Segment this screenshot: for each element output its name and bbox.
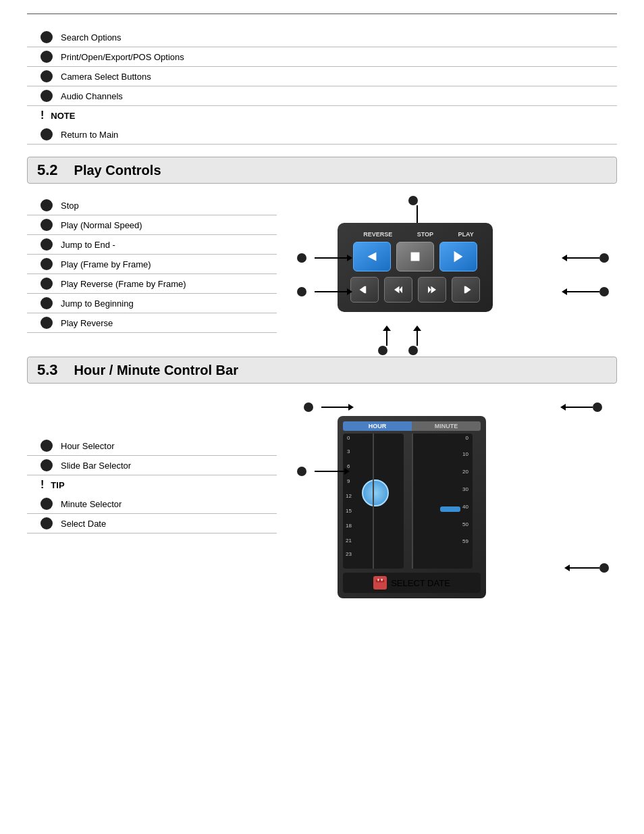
toc-section: Search Options Print/Open/Export/POS Opt… [27, 28, 617, 145]
calendar-icon [373, 576, 387, 590]
left-arrow-row2 [297, 287, 352, 296]
label-stop: Stop [61, 201, 79, 211]
arrow-dot-right1 [599, 253, 609, 263]
hour-num-21: 21 [346, 538, 352, 544]
note-item: ! NOTE [27, 106, 617, 125]
hm-arrow-minute-label [560, 402, 610, 412]
arrow-dot-left2 [297, 287, 306, 296]
minute-num-50: 50 [462, 521, 468, 527]
jump-beginning-button[interactable] [350, 277, 379, 303]
hour-num-18: 18 [346, 523, 352, 529]
arrowhead-right2 [562, 288, 567, 295]
play-widget-labels: REVERSE STOP PLAY [347, 231, 483, 238]
bullet-search [41, 31, 53, 43]
next-frame-button[interactable] [418, 277, 446, 303]
frame-controls-row [347, 277, 483, 303]
minute-num-40: 40 [462, 504, 468, 510]
arrow-dot-bottom-r [408, 346, 418, 355]
section-53-title: Hour / Minute Control Bar [74, 363, 238, 378]
arrow-line-right1 [567, 257, 599, 259]
bullet-audio [41, 90, 53, 102]
arrowhead-left2 [347, 288, 352, 295]
label-play-btn: PLAY [458, 231, 474, 238]
hour-center-line [373, 434, 374, 569]
bullet-reverse-frame [41, 278, 53, 290]
minute-num-20: 20 [462, 469, 468, 475]
top-divider [27, 14, 617, 14]
arrow-line-date [570, 567, 599, 569]
arrow-dot-minute-label [593, 402, 602, 412]
svg-rect-14 [381, 579, 383, 581]
toc-item-camera: Camera Select Buttons [27, 67, 617, 86]
section-52-header: 5.2 Play Controls [27, 157, 617, 184]
toc-label-camera: Camera Select Buttons [61, 72, 151, 82]
section-53-header: 5.3 Hour / Minute Control Bar [27, 357, 617, 384]
page-container: Search Options Print/Open/Export/POS Opt… [0, 0, 644, 605]
hour-num-9: 9 [347, 478, 350, 484]
play-button[interactable] [439, 242, 477, 271]
bullet-select-date [41, 517, 53, 529]
arrow-dot-bottom-l [378, 346, 387, 355]
arrowhead-hour-label [348, 404, 354, 411]
svg-rect-10 [464, 286, 466, 294]
hm-widget-area: HOUR MINUTE 0 3 6 9 12 15 18 21 [297, 396, 617, 585]
note-label: NOTE [51, 111, 75, 121]
minute-left-border [412, 434, 413, 569]
toc-label-search: Search Options [61, 32, 122, 43]
toc-item-print: Print/Open/Export/POS Options [27, 47, 617, 67]
arrow-dot-left1 [297, 253, 306, 263]
hour-track: 0 3 6 9 12 15 18 21 23 [343, 434, 404, 569]
toc-item-return: Return to Main [27, 125, 617, 145]
play-controls-list: Stop Play (Normal Speed) Jump to End - P… [27, 196, 277, 344]
select-date-text: SELECT DATE [391, 578, 450, 588]
hm-body: 0 3 6 9 12 15 18 21 23 [343, 434, 481, 569]
svg-marker-6 [400, 286, 403, 294]
svg-marker-8 [428, 286, 431, 294]
section-53-content: Hour Selector Slide Bar Selector ! TIP M… [27, 396, 617, 585]
svg-rect-12 [376, 580, 384, 583]
minute-num-0: 0 [466, 435, 468, 441]
hour-slider-thumb[interactable] [362, 479, 389, 506]
arrowhead-bottom-r [413, 325, 421, 331]
play-item-jump-end: Jump to End - [27, 235, 277, 255]
arrow-line-left1 [315, 257, 347, 259]
arrow-line-right2 [567, 291, 599, 292]
reverse-button[interactable] [353, 242, 391, 271]
play-item-frame: Play (Frame by Frame) [27, 255, 277, 274]
minute-num-59: 59 [462, 538, 468, 544]
bottom-arrow-right [408, 325, 426, 355]
jump-end-button[interactable] [452, 277, 480, 303]
svg-rect-4 [365, 286, 366, 294]
arrowhead-bottom-l [383, 325, 391, 331]
bullet-frame [41, 258, 53, 270]
bullet-normal [41, 219, 53, 231]
arrow-line-minute-label [566, 407, 593, 408]
hour-num-12: 12 [346, 493, 352, 499]
bullet-minute [41, 498, 53, 510]
prev-frame-button[interactable] [384, 277, 412, 303]
left-arrow-row1 [297, 253, 352, 263]
hm-minute-tab[interactable]: MINUTE [412, 421, 481, 431]
label-beginning: Jump to Beginning [61, 298, 134, 309]
arrowhead-date [564, 565, 570, 571]
hm-arrow-right-date [564, 563, 617, 573]
select-date-row[interactable]: SELECT DATE [343, 573, 481, 593]
bullet-reverse [41, 317, 53, 329]
play-item-reverse: Play Reverse [27, 313, 277, 333]
play-widget-area: REVERSE STOP PLAY [297, 196, 617, 344]
hm-hour-tab[interactable]: HOUR [343, 421, 412, 431]
toc-item-search: Search Options [27, 28, 617, 47]
main-play-row [347, 242, 483, 271]
section-52-content: Stop Play (Normal Speed) Jump to End - P… [27, 196, 617, 344]
hour-num-3: 3 [347, 448, 350, 454]
label-slide-selector: Slide Bar Selector [61, 461, 131, 471]
arrow-dot-hour-label [304, 402, 313, 412]
toc-label-print: Print/Open/Export/POS Options [61, 52, 184, 62]
label-normal: Play (Normal Speed) [61, 220, 142, 230]
toc-label-audio: Audio Channels [61, 91, 123, 101]
arrow-line-bottom-l [386, 331, 387, 346]
stop-button[interactable] [396, 242, 434, 271]
minute-slider[interactable] [440, 506, 460, 512]
svg-rect-13 [378, 579, 379, 581]
tip-exclamation: ! [41, 479, 44, 491]
